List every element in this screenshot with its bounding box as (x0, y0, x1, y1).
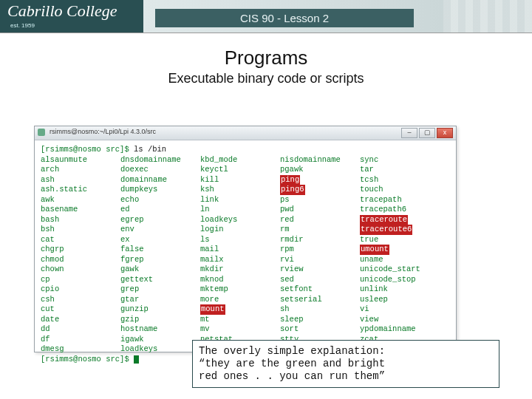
ls-entry: igawk (120, 335, 200, 345)
ls-entry: pwd (280, 205, 360, 215)
caption-line: red ones . . you can run them” (199, 370, 493, 383)
ls-entry: keyctl (200, 165, 280, 175)
ls-entry: mkdir (200, 265, 280, 275)
ls-entry: sed (280, 275, 360, 285)
ls-entry: cp (41, 275, 120, 285)
ls-entry: ex (120, 235, 200, 245)
ls-entry: arch (41, 165, 120, 175)
prompt: [rsimms@nosmo src]$ (41, 145, 134, 154)
ls-entry: ash (41, 175, 120, 185)
ls-entry: dnsdomainname (120, 155, 200, 166)
ls-entry: dd (41, 324, 120, 335)
ls-entry: sh (280, 304, 360, 315)
ls-entry: rm (280, 225, 360, 235)
banner: Cabrillo College est. 1959 CIS 90 - Less… (0, 0, 532, 33)
minimize-button[interactable]: – (401, 128, 417, 138)
ls-entry: basename (41, 205, 120, 215)
ls-entry: tar (360, 165, 440, 175)
ls-entry: mv (200, 324, 280, 335)
ls-column: nisdomainnamepgawkpingping6pspwdredrmrmd… (280, 155, 360, 355)
ls-entry: chgrp (41, 245, 120, 255)
ls-entry: view (360, 315, 440, 325)
ls-entry: cat (41, 235, 120, 245)
terminal-body[interactable]: [rsimms@nosmo src]$ ls /bin alsaunmutear… (35, 140, 456, 369)
ls-entry: mt (200, 315, 280, 325)
page-title: Programs (0, 47, 532, 69)
ls-entry: rview (280, 265, 360, 275)
cursor (134, 355, 139, 364)
ls-entry: uname (360, 255, 440, 265)
ls-entry: vi (360, 304, 440, 315)
ls-entry: ps (280, 195, 360, 205)
ls-entry: sleep (280, 315, 360, 325)
close-button[interactable]: x (437, 128, 453, 138)
ls-entry: pgawk (280, 165, 360, 175)
ls-entry: grep (120, 284, 200, 295)
ls-entry: egrep (120, 215, 200, 225)
ls-entry: ls (200, 235, 280, 245)
ls-entry: ash.static (41, 185, 120, 195)
ls-output: alsaunmutearchashash.staticawkbasenameba… (41, 155, 450, 355)
ls-entry: gtar (120, 295, 200, 305)
ls-entry: fgrep (120, 255, 200, 265)
terminal-window: rsimms@nosmo:~/Lpi0/Lpi 4.3.0/src – ▢ x … (34, 126, 457, 352)
ls-entry: unicode_stop (360, 275, 440, 285)
ls-entry: cpio (41, 284, 120, 295)
command-text: ls /bin (134, 145, 166, 154)
ls-entry: red (280, 215, 360, 225)
ls-entry: bash (41, 215, 120, 225)
ls-entry: rpm (280, 245, 360, 255)
ls-entry: mail (200, 245, 280, 255)
ls-entry: cut (41, 304, 120, 315)
ls-entry: login (200, 225, 280, 235)
ls-entry: gawk (120, 265, 200, 275)
ls-column: dnsdomainnamedoexecdomainnamedumpkeysech… (120, 155, 200, 355)
ls-entry: false (120, 245, 200, 255)
app-icon (38, 129, 45, 136)
caption-line: “they are the green and bright (199, 358, 493, 370)
prompt: [rsimms@nosmo src]$ (41, 355, 134, 364)
course-title: CIS 90 - Lesson 2 (155, 9, 414, 27)
ls-entry: bsh (41, 225, 120, 235)
ls-entry: mailx (200, 255, 280, 265)
ls-entry: dumpkeys (120, 185, 200, 195)
ls-entry: gettext (120, 275, 200, 285)
maximize-button[interactable]: ▢ (419, 128, 435, 138)
ls-entry: mktemp (200, 284, 280, 295)
ls-entry: touch (360, 185, 440, 195)
page-subtitle: Executable binary code or scripts (0, 71, 532, 86)
ls-entry: traceroute (360, 215, 440, 225)
caption-line: The overly simple explanation: (199, 345, 493, 358)
ls-entry: tracepath6 (360, 205, 440, 215)
ls-column: alsaunmutearchashash.staticawkbasenameba… (41, 155, 120, 355)
ls-entry: alsaunmute (41, 155, 120, 166)
banner-decor (443, 0, 532, 33)
ls-entry: csh (41, 295, 120, 305)
ls-entry: echo (120, 195, 200, 205)
ls-entry: setfont (280, 284, 360, 295)
ls-entry: dmesg (41, 344, 120, 355)
ls-entry: domainname (120, 175, 200, 185)
ls-column: synctartcshtouchtracepathtracepath6trace… (360, 155, 440, 355)
ls-entry: ping (280, 175, 360, 185)
established-text: est. 1959 (10, 22, 35, 29)
ls-column: kbd_modekeyctlkillkshlinklnloadkeyslogin… (200, 155, 280, 355)
ls-entry: nisdomainname (280, 155, 360, 166)
ls-entry: traceroute6 (360, 225, 440, 235)
ls-entry: tcsh (360, 175, 440, 185)
ls-entry: env (120, 225, 200, 235)
ls-entry: ed (120, 205, 200, 215)
window-title: rsimms@nosmo:~/Lpi0/Lpi 4.3.0/src (50, 128, 156, 135)
ls-entry: ln (200, 205, 280, 215)
ls-entry: df (41, 335, 120, 345)
ls-entry: hostname (120, 324, 200, 335)
ls-entry: ping6 (280, 185, 360, 195)
window-controls: – ▢ x (401, 128, 453, 138)
ls-entry: mount (200, 304, 280, 315)
ls-entry: kbd_mode (200, 155, 280, 166)
ls-entry: sort (280, 324, 360, 335)
ls-entry: tracepath (360, 195, 440, 205)
ls-entry: rvi (280, 255, 360, 265)
college-logo: Cabrillo College (7, 1, 117, 21)
ls-entry: link (200, 195, 280, 205)
